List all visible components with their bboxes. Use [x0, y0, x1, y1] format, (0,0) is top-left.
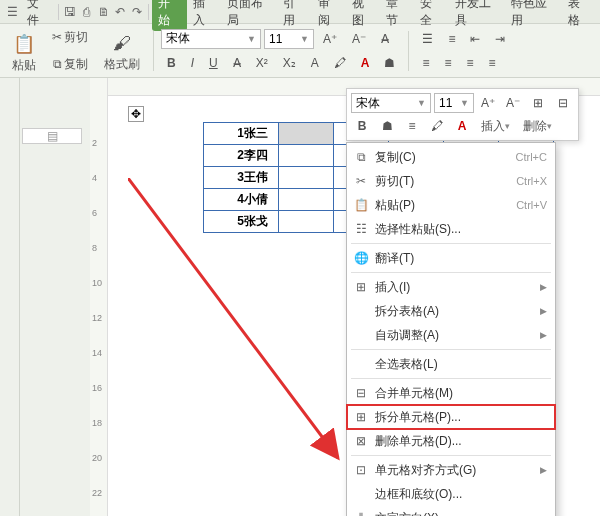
- mini-insert-button[interactable]: 插入▾: [476, 116, 515, 136]
- table-insert-icon: ⊞: [353, 280, 369, 294]
- format-painter-button[interactable]: 🖌 格式刷: [98, 29, 146, 73]
- paste-button[interactable]: 📋 粘贴: [6, 29, 42, 73]
- redo-icon[interactable]: ↷: [129, 3, 146, 21]
- context-menu: ⧉复制(C)Ctrl+C ✂剪切(T)Ctrl+X 📋粘贴(P)Ctrl+V ☷…: [346, 142, 556, 516]
- tab-view[interactable]: 视图: [346, 0, 380, 31]
- underline-button[interactable]: U: [203, 52, 224, 74]
- ctx-merge-cells[interactable]: ⊟合并单元格(M): [347, 381, 555, 405]
- indent-inc-button[interactable]: ⇥: [489, 28, 511, 50]
- tab-special[interactable]: 特色应用: [505, 0, 562, 31]
- align-justify-button[interactable]: ≡: [482, 52, 501, 74]
- ctx-insert[interactable]: ⊞插入(I)▶: [347, 275, 555, 299]
- merge-icon: ⊟: [353, 386, 369, 400]
- italic-button[interactable]: I: [185, 52, 200, 74]
- ctx-cell-align[interactable]: ⊡单元格对齐方式(G)▶: [347, 458, 555, 482]
- tab-review[interactable]: 审阅: [312, 0, 346, 31]
- text-dir-icon: ∥: [353, 511, 369, 516]
- ctx-select-all[interactable]: 全选表格(L): [347, 352, 555, 376]
- align-right-button[interactable]: ≡: [460, 52, 479, 74]
- print-icon[interactable]: ⎙: [79, 3, 96, 21]
- text-effect-button[interactable]: A: [305, 52, 325, 74]
- mini-font-color-button[interactable]: A: [451, 116, 473, 136]
- left-rail: [0, 78, 20, 516]
- strike-button[interactable]: A̶: [227, 52, 247, 74]
- ctx-split-table[interactable]: 拆分表格(A)▶: [347, 299, 555, 323]
- ctx-text-dir[interactable]: ∥文字方向(X)...: [347, 506, 555, 516]
- mini-merge-button[interactable]: ⊟: [552, 93, 574, 113]
- chevron-down-icon: ▼: [417, 98, 426, 108]
- tab-insert[interactable]: 插入: [187, 0, 221, 31]
- highlight-button[interactable]: 🖍: [328, 52, 352, 74]
- copy-icon: ⧉: [53, 57, 62, 71]
- ctx-split-cells[interactable]: ⊞拆分单元格(P)...: [347, 405, 555, 429]
- bold-button[interactable]: B: [161, 52, 182, 74]
- numbering-button[interactable]: ≡: [442, 28, 461, 50]
- shading-button[interactable]: ☗: [378, 52, 401, 74]
- mini-grow-font[interactable]: A⁺: [477, 93, 499, 113]
- chevron-right-icon: ▶: [540, 282, 547, 292]
- split-icon: ⊞: [353, 410, 369, 424]
- mini-toolbar: 宋体▼ 11▼ A⁺ A⁻ ⊞ ⊟ B ☗ ≡ 🖍 A 插入▾ 删除▾: [346, 88, 579, 141]
- mini-highlight-button[interactable]: 🖍: [426, 116, 448, 136]
- superscript-button[interactable]: X²: [250, 52, 274, 74]
- ruler-vertical: 2 4 6 8 10 12 14 16 18 20 22: [90, 78, 108, 516]
- align-left-button[interactable]: ≡: [416, 52, 435, 74]
- doc-thumb-icon[interactable]: ▤: [22, 128, 82, 144]
- mini-shrink-font[interactable]: A⁻: [502, 93, 524, 113]
- font-shrink-button[interactable]: A⁻: [346, 28, 372, 50]
- ctx-autofit[interactable]: 自动调整(A)▶: [347, 323, 555, 347]
- font-size-select[interactable]: 11▼: [264, 29, 314, 49]
- chevron-right-icon: ▶: [540, 465, 547, 475]
- ctx-translate[interactable]: 🌐翻译(T): [347, 246, 555, 270]
- mini-borders-button[interactable]: ⊞: [527, 93, 549, 113]
- save-icon[interactable]: 🖫: [62, 3, 79, 21]
- mini-font-name[interactable]: 宋体▼: [351, 93, 431, 113]
- tab-security[interactable]: 安全: [414, 0, 448, 31]
- app-menu-icon[interactable]: ☰: [4, 3, 21, 21]
- copy-button[interactable]: ⧉复制: [47, 52, 94, 77]
- align-icon: ⊡: [353, 463, 369, 477]
- font-grow-button[interactable]: A⁺: [317, 28, 343, 50]
- clipboard-icon: 📋: [13, 33, 35, 55]
- document-canvas[interactable]: ✥ 1张三897868235 2李四6244 3王伟9225 4小倩9215 5…: [108, 78, 600, 516]
- mini-align-button[interactable]: ≡: [401, 116, 423, 136]
- paste-label: 粘贴: [12, 57, 36, 74]
- bullets-button[interactable]: ☰: [416, 28, 439, 50]
- mini-font-size[interactable]: 11▼: [434, 93, 474, 113]
- paste-icon: 📋: [353, 198, 369, 212]
- subscript-button[interactable]: X₂: [277, 52, 302, 74]
- fmt-paint-label: 格式刷: [104, 56, 140, 73]
- ctx-copy[interactable]: ⧉复制(C)Ctrl+C: [347, 145, 555, 169]
- delete-cell-icon: ⊠: [353, 434, 369, 448]
- chevron-down-icon: ▼: [247, 34, 256, 44]
- tab-pagelayout[interactable]: 页面布局: [221, 0, 278, 31]
- cut-button[interactable]: ✂剪切: [46, 25, 94, 50]
- font-name-select[interactable]: 宋体▼: [161, 29, 261, 49]
- tab-devtools[interactable]: 开发工具: [449, 0, 506, 31]
- undo-icon[interactable]: ↶: [112, 3, 129, 21]
- clear-format-button[interactable]: A̶: [375, 28, 395, 50]
- mini-delete-button[interactable]: 删除▾: [518, 116, 557, 136]
- preview-icon[interactable]: 🗎: [95, 3, 112, 21]
- ctx-paste-special[interactable]: ☷选择性粘贴(S)...: [347, 217, 555, 241]
- chevron-down-icon: ▼: [300, 34, 309, 44]
- chevron-right-icon: ▶: [540, 330, 547, 340]
- tab-table[interactable]: 表格: [562, 0, 596, 31]
- font-color-button[interactable]: A: [355, 52, 376, 74]
- ribbon-toolbar: 📋 粘贴 ✂剪切 ⧉复制 🖌 格式刷 宋体▼ 11▼ A⁺ A⁻ A̶ B I …: [0, 24, 600, 78]
- ctx-borders[interactable]: 边框和底纹(O)...: [347, 482, 555, 506]
- align-center-button[interactable]: ≡: [438, 52, 457, 74]
- paste-special-icon: ☷: [353, 222, 369, 236]
- ctx-delete-cells[interactable]: ⊠删除单元格(D)...: [347, 429, 555, 453]
- doc-area: ▤ 2 4 6 8 10 12 14 16 18 20 22 ✥ 1张三8978…: [0, 78, 600, 516]
- mini-bold-button[interactable]: B: [351, 116, 373, 136]
- table-move-handle[interactable]: ✥: [128, 106, 144, 122]
- indent-dec-button[interactable]: ⇤: [464, 28, 486, 50]
- selected-cell[interactable]: [279, 123, 334, 145]
- tab-start[interactable]: 开始: [152, 0, 186, 31]
- mini-shading-button[interactable]: ☗: [376, 116, 398, 136]
- tab-reference[interactable]: 引用: [277, 0, 311, 31]
- ctx-cut[interactable]: ✂剪切(T)Ctrl+X: [347, 169, 555, 193]
- ctx-paste[interactable]: 📋粘贴(P)Ctrl+V: [347, 193, 555, 217]
- tab-section[interactable]: 章节: [380, 0, 414, 31]
